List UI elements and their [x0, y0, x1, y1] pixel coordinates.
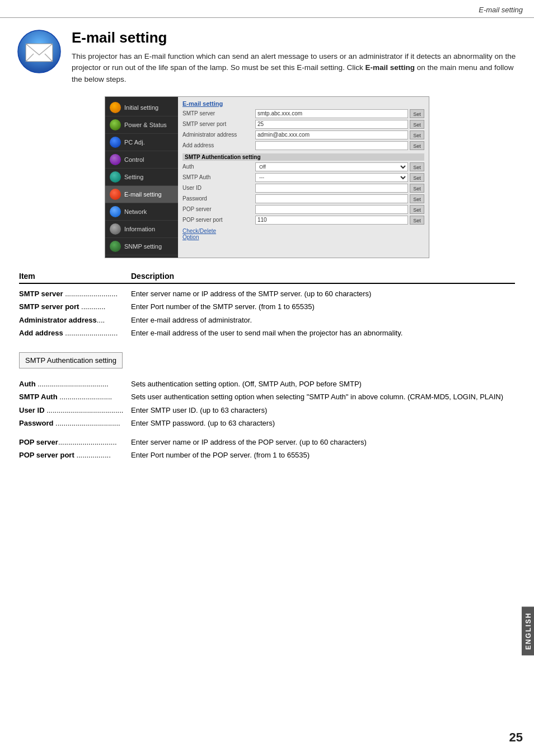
sidebar-item-power-status[interactable]: Power & Status [105, 116, 178, 134]
smtp-server-input[interactable] [255, 109, 408, 118]
smtp-port-label: SMTP server port [182, 121, 255, 127]
item-smtp-server: SMTP server .......................... [19, 288, 131, 300]
email-icon [17, 29, 62, 74]
item-pop-port: POP server port ................. [19, 450, 131, 461]
desc-row-smtp-port: SMTP server port ............ Enter Port… [19, 301, 515, 312]
pop-server-input[interactable] [255, 205, 408, 214]
svg-rect-1 [26, 44, 53, 62]
desc-pop-server: Enter server name or IP address of the P… [131, 437, 515, 448]
information-icon [110, 223, 121, 235]
desc-pop-port: Enter Port number of the POP server. (fr… [131, 450, 515, 461]
sidebar-item-setting[interactable]: Setting [105, 169, 178, 186]
desc-password: Enter SMTP password. (up to 63 character… [131, 418, 515, 429]
sidebar-item-control[interactable]: Control [105, 151, 178, 169]
ui-sidebar: Initial setting Power & Status PC Adj. C… [105, 97, 178, 258]
password-set-btn[interactable]: Set [410, 194, 424, 203]
add-addr-label: Add address [182, 142, 255, 148]
desc-smtp-port: Enter Port number of the SMTP server. (f… [131, 301, 515, 312]
pop-port-set-btn[interactable]: Set [410, 216, 424, 225]
item-smtp-port: SMTP server port ............ [19, 301, 131, 312]
pop-server-set-btn[interactable]: Set [410, 205, 424, 214]
title-text: E-mail setting This projector has an E-m… [72, 29, 517, 85]
form-row-smtp-auth: SMTP Auth --- CRAM-MD5 LOGIN PLAIN Set [182, 173, 424, 182]
smtp-port-input[interactable] [255, 120, 408, 129]
desc-admin-addr: Enter e-mail address of administrator. [131, 315, 515, 326]
network-icon [110, 206, 121, 217]
sidebar-item-network[interactable]: Network [105, 203, 178, 221]
user-id-set-btn[interactable]: Set [410, 184, 424, 193]
auth-select[interactable]: Off SMTP Auth POP before SMTP [255, 162, 408, 171]
sidebar-label: Initial setting [124, 104, 158, 111]
admin-addr-set-btn[interactable]: Set [410, 130, 424, 139]
user-id-input[interactable] [255, 184, 408, 193]
smtp-port-set-btn[interactable]: Set [410, 120, 424, 129]
auth-set-btn[interactable]: Set [410, 162, 424, 171]
desc-row-pop-port: POP server port ................. Enter … [19, 450, 515, 461]
form-row-smtp-server: SMTP server Set [182, 109, 424, 118]
add-addr-set-btn[interactable]: Set [410, 141, 424, 150]
smtp-server-label: SMTP server [182, 110, 255, 116]
pc-adj-icon [110, 137, 121, 148]
desc-smtp-server: Enter server name or IP address of the S… [131, 288, 515, 300]
desc-row-auth: Auth ...................................… [19, 379, 515, 390]
auth-label: Auth [182, 164, 255, 170]
sidebar-label: SNMP setting [124, 243, 162, 250]
smtp-auth-select-wrapper: --- CRAM-MD5 LOGIN PLAIN [255, 173, 408, 182]
form-row-pop-port: POP server port Set [182, 216, 424, 225]
page-header: E-mail setting [0, 0, 534, 18]
item-smtp-auth: SMTP Auth .......................... [19, 391, 131, 403]
sidebar-label: Setting [124, 174, 143, 180]
pop-port-input[interactable] [255, 216, 408, 225]
sidebar-item-information[interactable]: Information [105, 221, 178, 238]
sidebar-item-pc-adj[interactable]: PC Adj. [105, 134, 178, 151]
password-input[interactable] [255, 194, 408, 203]
setting-icon [110, 171, 121, 183]
pop-port-label: POP server port [182, 217, 255, 223]
add-addr-input[interactable] [255, 141, 408, 150]
sidebar-label: Information [124, 226, 155, 232]
auth-select-wrapper: Off SMTP Auth POP before SMTP [255, 162, 408, 171]
admin-addr-label: Administrator address [182, 132, 255, 138]
smtp-auth-select[interactable]: --- CRAM-MD5 LOGIN PLAIN [255, 173, 408, 182]
ui-panel: Initial setting Power & Status PC Adj. C… [105, 96, 429, 258]
option-link[interactable]: Option [182, 234, 424, 240]
item-admin-addr: Administrator address.... [19, 315, 131, 326]
item-auth: Auth ................................... [19, 379, 131, 390]
title-section: E-mail setting This projector has an E-m… [17, 29, 517, 85]
header-title: E-mail setting [479, 6, 523, 14]
english-tab: ENGLISH [522, 606, 534, 655]
bottom-links: Check/Delete Option [182, 228, 424, 240]
user-id-label: User ID [182, 185, 255, 191]
smtp-auth-label: SMTP Auth [182, 174, 255, 180]
form-row-user-id: User ID Set [182, 184, 424, 193]
main-content: E-mail setting This projector has an E-m… [0, 18, 534, 474]
auth-box-container: SMTP Authentication setting [19, 347, 515, 374]
page-number: 25 [509, 730, 523, 745]
item-pop-server: POP server............................. [19, 437, 131, 448]
smtp-server-set-btn[interactable]: Set [410, 109, 424, 118]
password-label: Password [182, 195, 255, 202]
desc-row-smtp-auth: SMTP Auth .......................... Set… [19, 391, 515, 403]
item-add-addr: Add address .......................... [19, 328, 131, 339]
col-desc-header: Description [131, 272, 515, 281]
sidebar-item-snmp[interactable]: SNMP setting [105, 238, 178, 255]
item-password: Password ...............................… [19, 418, 131, 429]
power-status-icon [110, 119, 121, 130]
desc-row-password: Password ...............................… [19, 418, 515, 429]
smtp-auth-section: SMTP Authentication setting Auth Off SMT… [182, 153, 424, 225]
smtp-auth-title: SMTP Authentication setting [182, 153, 424, 161]
sidebar-label: Power & Status [124, 122, 167, 128]
form-row-password: Password Set [182, 194, 424, 203]
title-description: This projector has an E-mail function wh… [72, 51, 517, 85]
desc-row-smtp-server: SMTP server .......................... E… [19, 288, 515, 300]
check-delete-link[interactable]: Check/Delete [182, 228, 424, 234]
sidebar-label: PC Adj. [124, 139, 145, 146]
sidebar-item-email-setting[interactable]: E-mail setting [105, 186, 178, 203]
smtp-auth-set-btn[interactable]: Set [410, 173, 424, 182]
sidebar-item-initial-setting[interactable]: Initial setting [105, 99, 178, 116]
ui-section-title: E-mail setting [182, 100, 424, 107]
desc-row-admin-addr: Administrator address.... Enter e-mail a… [19, 315, 515, 326]
sidebar-label: E-mail setting [124, 191, 162, 198]
control-icon [110, 154, 121, 165]
admin-addr-input[interactable] [255, 130, 408, 139]
